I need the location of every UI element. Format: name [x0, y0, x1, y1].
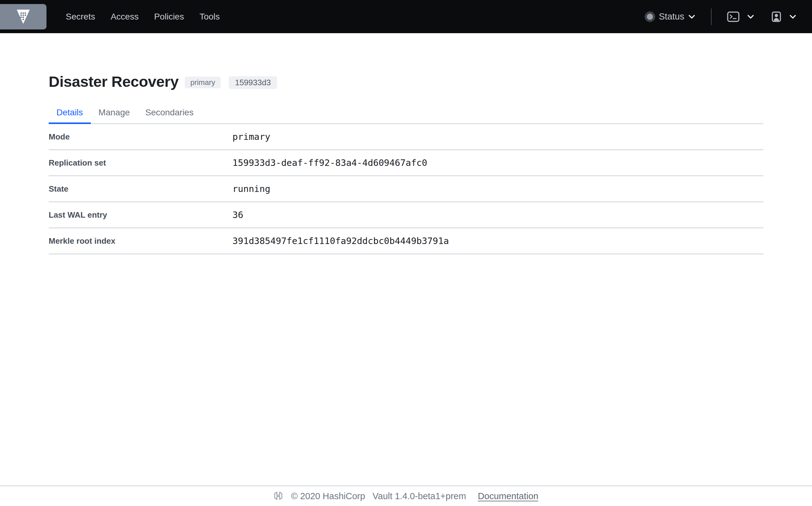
user-icon [772, 11, 781, 22]
vault-logo-icon [17, 10, 30, 24]
tab-details[interactable]: Details [48, 103, 91, 124]
row-value: 36 [232, 209, 243, 220]
table-row-mode: Mode primary [48, 124, 764, 150]
user-menu[interactable] [772, 11, 797, 22]
mode-badge: primary [185, 77, 221, 88]
row-label: Mode [48, 132, 232, 142]
row-value: 391d385497fe1cf1110fa92ddcbc0b4449b3791a [232, 236, 449, 246]
footer: © 2020 HashiCorp Vault 1.4.0-beta1+prem … [0, 486, 812, 506]
table-row-merkle-root-index: Merkle root index 391d385497fe1cf1110fa9… [48, 228, 764, 254]
nav-item-access[interactable]: Access [111, 0, 138, 33]
page-title: Disaster Recovery [48, 73, 179, 90]
nav-right-controls: Status [645, 8, 812, 25]
nav-item-policies[interactable]: Policies [154, 0, 184, 33]
row-value: primary [232, 132, 270, 142]
vault-home-link[interactable] [0, 4, 46, 29]
status-menu[interactable]: Status [645, 11, 696, 22]
tab-manage[interactable]: Manage [91, 103, 137, 124]
console-menu[interactable] [727, 11, 754, 22]
page-header: Disaster Recovery primary 159933d3 [48, 33, 764, 90]
row-value: 159933d3-deaf-ff92-83a4-4d609467afc0 [232, 158, 427, 168]
chevron-down-icon [747, 14, 754, 19]
tab-secondaries[interactable]: Secondaries [137, 103, 201, 124]
nav-item-secrets[interactable]: Secrets [66, 0, 95, 33]
chevron-down-icon [789, 14, 797, 19]
cluster-id-badge: 159933d3 [229, 76, 277, 89]
chevron-down-icon [688, 14, 696, 19]
footer-version: Vault 1.4.0-beta1+prem [373, 491, 466, 501]
hashicorp-icon [274, 491, 283, 501]
status-label: Status [659, 11, 684, 22]
tab-bar: Details Manage Secondaries [48, 103, 764, 124]
nav-item-tools[interactable]: Tools [200, 0, 220, 33]
table-row-last-wal-entry: Last WAL entry 36 [48, 202, 764, 228]
top-nav: Secrets Access Policies Tools Status [0, 0, 812, 33]
table-row-state: State running [48, 176, 764, 202]
footer-copyright: © 2020 HashiCorp [291, 491, 365, 501]
table-row-replication-set: Replication set 159933d3-deaf-ff92-83a4-… [48, 150, 764, 176]
row-label: Replication set [48, 158, 232, 168]
status-indicator-icon [645, 11, 655, 22]
details-table: Mode primary Replication set 159933d3-de… [48, 124, 764, 254]
row-value: running [232, 183, 270, 194]
row-label: Merkle root index [48, 236, 232, 246]
documentation-link[interactable]: Documentation [478, 491, 538, 501]
row-label: State [48, 184, 232, 194]
terminal-icon [727, 11, 739, 22]
row-label: Last WAL entry [48, 210, 232, 220]
nav-divider [711, 8, 712, 25]
main-content: Disaster Recovery primary 159933d3 Detai… [0, 33, 812, 254]
